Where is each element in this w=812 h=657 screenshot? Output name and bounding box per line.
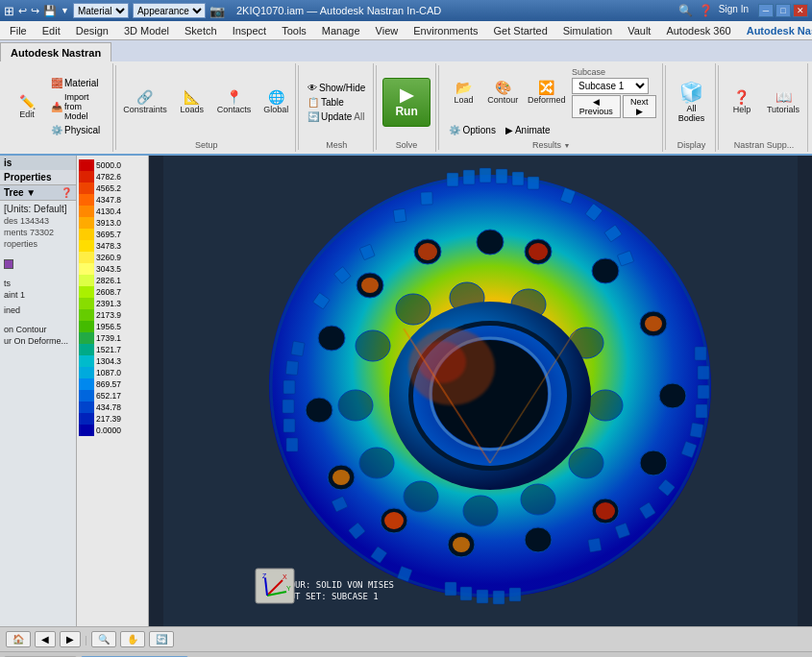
tree-item-units[interactable]: [Units: Default] (2, 203, 74, 215)
svg-text:X: X (283, 573, 287, 580)
app-icon: ⊞ (4, 4, 14, 18)
pan-btn[interactable]: ✋ (120, 631, 145, 647)
zoom-btn[interactable]: 🔍 (91, 631, 116, 647)
edit-btn[interactable]: ✏️ Edit (10, 93, 44, 121)
menu-simulation[interactable]: Simulation (555, 23, 620, 38)
constraints-btn[interactable]: 🔗 Constraints (119, 88, 171, 116)
tab-nastran[interactable]: Autodesk Nastran (0, 42, 111, 61)
signin-btn[interactable]: Sign In (719, 4, 749, 17)
table-btn[interactable]: 📋 Table (305, 96, 368, 109)
bottom-toolbar: 🏠 ◀ ▶ | 🔍 ✋ 🔄 (0, 626, 812, 651)
quick-access-back[interactable]: ↩ (18, 5, 27, 17)
physical-btn[interactable]: ⚙️ Physical (48, 124, 107, 136)
physical-icon: ⚙️ (51, 125, 62, 135)
tree-help-icon[interactable]: ❓ (61, 187, 72, 198)
nav-back-btn[interactable]: ◀ (35, 631, 56, 647)
prev-btn[interactable]: ◀ Previous (572, 95, 621, 118)
quick-dd[interactable]: ▼ (61, 6, 69, 15)
run-btn[interactable]: ▶ Run (382, 78, 430, 127)
ribbon-group-solve: ▶ Run Solve (379, 63, 436, 152)
legend-row-23: 0.0000 (79, 425, 146, 436)
menu-nastran[interactable]: Autodesk Nastran (739, 23, 812, 38)
nav-fwd-btn[interactable]: ▶ (60, 631, 81, 647)
svg-point-7 (640, 450, 667, 475)
tree-item-constraint1[interactable]: aint 1 (2, 289, 74, 301)
contour-btn[interactable]: 🎨 Contour (484, 67, 521, 118)
separator: | (85, 634, 87, 645)
menu-environments[interactable]: Environments (406, 23, 485, 38)
menu-vault[interactable]: Vault (620, 23, 658, 38)
svg-rect-77 (283, 380, 295, 394)
options-icon: ⚙️ (449, 125, 460, 135)
quick-access-fwd[interactable]: ↪ (31, 5, 39, 17)
properties-label: Properties (4, 172, 51, 182)
axis-indicator: X Y Z (256, 569, 294, 603)
animate-icon: ▶ (505, 125, 513, 135)
svg-rect-65 (509, 588, 521, 601)
constraints-icon: 🔗 (136, 90, 153, 104)
minimize-btn[interactable]: ─ (758, 4, 774, 17)
edit-items: ✏️ Edit 🧱 Material 📥 Import fromModel ⚙️… (10, 65, 107, 148)
material-btn[interactable]: 🧱 Material (48, 77, 107, 89)
appearance-dropdown[interactable]: Appearance (133, 3, 206, 18)
svg-rect-50 (528, 177, 539, 189)
loads-btn[interactable]: 📐 Loads (175, 88, 209, 116)
tree-item-contour-deformed[interactable]: ur On Deforme... (2, 335, 74, 347)
tree-item-properties[interactable]: roperties (2, 238, 74, 250)
svg-point-21 (418, 243, 437, 260)
load-btn[interactable]: 📂 Load (446, 67, 480, 118)
tree-item-elements[interactable]: ments 73302 (2, 227, 74, 238)
global-btn[interactable]: 🌐 Global (258, 88, 293, 116)
tutorials-btn[interactable]: 📖 Tutorials (763, 88, 803, 116)
menu-manage[interactable]: Manage (314, 23, 368, 38)
legend-row-17: 1304.3 (79, 355, 146, 367)
menu-tools[interactable]: Tools (274, 23, 314, 38)
svg-point-9 (525, 527, 552, 552)
material-dropdown[interactable]: Material (73, 3, 129, 18)
menu-edit[interactable]: Edit (35, 23, 68, 38)
help-ribbon-btn[interactable]: ❓ Help (725, 88, 759, 116)
update-btn[interactable]: 🔄 Update All (305, 110, 368, 123)
tree-item-defined[interactable]: ined (2, 304, 74, 316)
menu-getstarted[interactable]: Get Started (486, 23, 555, 38)
ribbon-group-display: 🧊 AllBodies Display (668, 63, 716, 152)
all-bodies-btn[interactable]: 🧊 AllBodies (675, 79, 709, 125)
help-icon[interactable]: ❓ (699, 4, 713, 17)
menu-design[interactable]: Design (68, 23, 116, 38)
menu-autodesk360[interactable]: Autodesk 360 (658, 23, 738, 38)
tree-item-contour[interactable]: on Contour (2, 324, 74, 335)
deformed-btn[interactable]: 🔀 Deformed (525, 67, 568, 118)
menu-view[interactable]: View (368, 23, 406, 38)
contacts-btn[interactable]: 📍 Contacts (213, 88, 256, 116)
search-icon[interactable]: 🔍 (678, 4, 693, 17)
menu-sketch[interactable]: Sketch (177, 23, 225, 38)
tree-item-nodes[interactable]: des 134343 (2, 215, 74, 227)
quick-save[interactable]: 💾 (43, 5, 57, 17)
menu-file[interactable]: File (2, 23, 35, 38)
import-btn[interactable]: 📥 Import fromModel (48, 91, 107, 122)
ribbon-group-results: 📂 Load 🎨 Contour 🔀 Deformed Subcase (440, 63, 663, 152)
tree-item-constraints[interactable]: ts (2, 278, 74, 289)
options-btn[interactable]: ⚙️ Options (446, 124, 498, 136)
tree-header[interactable]: Tree ▼ ❓ (0, 185, 76, 201)
subcase-select[interactable]: Subcase 1 (572, 78, 649, 94)
showhide-btn[interactable]: 👁 Show/Hide (305, 82, 368, 94)
svg-rect-78 (285, 361, 298, 376)
next-btn[interactable]: Next ▶ (623, 95, 656, 118)
menu-inspect[interactable]: Inspect (225, 23, 274, 38)
svg-rect-84 (421, 192, 432, 205)
ribbon-group-setup: 🔗 Constraints 📐 Loads 📍 Contacts 🌐 Globa… (118, 63, 296, 152)
nav-home-btn[interactable]: 🏠 (6, 631, 31, 647)
svg-point-22 (361, 278, 379, 293)
title-text: 2KIQ1070.iam — Autodesk Nastran In-CAD (236, 5, 441, 16)
animate-btn[interactable]: ▶ Animate (503, 124, 554, 136)
svg-point-19 (596, 502, 615, 520)
setup-items: 🔗 Constraints 📐 Loads 📍 Contacts 🌐 Globa… (119, 65, 293, 138)
maximize-btn[interactable]: □ (775, 4, 791, 17)
svg-point-32 (404, 481, 438, 512)
svg-point-14 (318, 326, 345, 351)
menu-3dmodel[interactable]: 3D Model (116, 23, 177, 38)
viewport[interactable]: teeth generated programmatically below (149, 156, 812, 626)
rotate-btn[interactable]: 🔄 (149, 631, 174, 647)
close-btn[interactable]: ✕ (793, 4, 808, 17)
